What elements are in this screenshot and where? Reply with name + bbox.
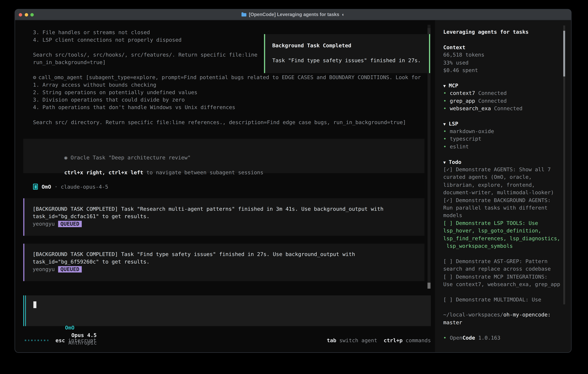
oracle-task-hint: ctrl+x right, ctrl+x left to navigate be… (32, 161, 424, 169)
spinner-dot (37, 340, 39, 341)
toast-body: Task "Find type safety issues" finished … (272, 57, 429, 64)
mcp-server-status: Connected (475, 90, 507, 96)
todo-row: search and replace across codebase (443, 265, 561, 273)
traffic-lights (19, 13, 34, 16)
mcp-server-name: websearch_exa (450, 105, 491, 111)
app-name-bold: Code (462, 335, 475, 341)
workspace-repo: oh-my-opencode: (503, 312, 551, 318)
screen: [OpenCode] Leveraging agents for tasks ◐… (0, 0, 588, 374)
mcp-heading: MCP (449, 83, 458, 88)
record-icon: ◉ (64, 155, 67, 160)
context-stat-row: 66,518 tokens (443, 51, 561, 59)
oracle-task-title: ◉ Oracle Task "Deep architecture review" (32, 146, 424, 154)
agent-icon (33, 184, 38, 190)
agent-model: · claude-opus-4-5 (54, 183, 108, 190)
task-message-line: task_id="bg_6f59260c" to get results. (32, 258, 424, 265)
context-heading: Context (443, 44, 465, 50)
tab-key-hint: tab (327, 337, 336, 343)
spinner-dot (25, 340, 26, 341)
todo-row: curated agents (OmO, oracle, (443, 173, 561, 181)
bullet-icon: • (443, 136, 447, 142)
tool-call-list-item: 4. Path operations that don't handle Win… (33, 104, 421, 111)
oracle-task-card: ◉ Oracle Task "Deep architecture review"… (23, 139, 424, 173)
lsp-server-name: typescript (450, 136, 481, 142)
todo-row: [✓] Demonstrate AGENTS: Show all 7 (443, 166, 561, 173)
todo-row: document-writer, multimodal-looker) (443, 189, 561, 196)
todo-line: [ ] Demonstrate MULTIMODAL: Use (443, 296, 541, 302)
todo-row: [✓] Demonstrate BACKGROUND AGENTS: (443, 196, 561, 204)
background-task-toast[interactable]: Background Task Completed Task "Find typ… (264, 34, 430, 73)
sidebar-scrollbar[interactable] (563, 25, 565, 304)
bullet-icon: • (443, 90, 447, 96)
esc-key-label: interrupt (68, 337, 96, 343)
agent-name: OmO (42, 183, 51, 190)
context-stat: 66,518 tokens (443, 52, 484, 58)
sidebar-scrollbar-thumb[interactable] (563, 31, 565, 76)
folder-icon (241, 13, 246, 16)
tool-call-list-item: 3. Division operations that could divide… (33, 96, 421, 104)
lsp-server-name: markdown-oxide (450, 128, 494, 134)
mcp-item-row: •websearch_exa Connected (443, 104, 561, 112)
context-stat: $0.46 spent (443, 67, 478, 73)
prompt-input[interactable]: OmO Opus 4.5 Anthropic (23, 295, 431, 326)
mcp-server-status: Connected (491, 105, 523, 111)
window-title: [OpenCode] Leveraging agents for tasks (249, 12, 339, 17)
gear-icon: ⚙ (33, 74, 36, 80)
blank-line (443, 150, 561, 158)
todo-row: [ ] Demonstrate MCP INTEGRATIONS: (443, 273, 561, 280)
todo-row: [ ] Demonstrate AST-GREP: Pattern (443, 258, 561, 265)
task-message-line: [BACKGROUND TASK COMPLETED] Task "Find t… (32, 250, 424, 258)
todo-line: [ ] Demonstrate MCP INTEGRATIONS: (443, 273, 548, 280)
mcp-server-name: grep_app (450, 98, 475, 104)
todo-row: librarian, explore, frontend, (443, 181, 561, 189)
ctrlp-key-label: commands (406, 337, 431, 343)
bullet-icon: • (443, 98, 447, 104)
close-button[interactable] (19, 13, 22, 16)
todo-line: [✓] Demonstrate BACKGROUND AGENTS: (443, 197, 551, 203)
tool-call-list-item: 2. String operations on potentially unde… (33, 89, 421, 96)
workspace-path-prefix: ~/local-workspaces/ (443, 312, 503, 318)
session-sidebar: Leveraging agents for tasksContext66,518… (435, 20, 571, 353)
status-badge: QUEUED (58, 220, 82, 227)
chevron-down-icon: ▼ (443, 160, 446, 165)
chat-output-line: 4. LSP client connections not properly d… (33, 36, 257, 43)
ctrlp-key-hint: ctrl+p (384, 337, 402, 343)
chat-output-line: Search src/tools/, src/hooks/, src/featu… (33, 51, 257, 58)
input-meta: OmO Opus 4.5 Anthropic (33, 316, 97, 324)
lsp-item-row: •typescript (443, 135, 561, 143)
blank-line (443, 112, 561, 120)
blank-line (443, 74, 561, 82)
tool-call-header: ⚙call_omo_agent [subagent_type=explore, … (33, 73, 421, 81)
status-badge: QUEUED (58, 266, 82, 272)
blank-line (443, 288, 561, 296)
todo-line: lsp_hover, lsp_goto_definition, (443, 228, 541, 234)
window-titlebar[interactable]: [OpenCode] Leveraging agents for tasks ◐ (15, 10, 571, 20)
tab-key-label: switch agent (339, 337, 377, 343)
chat-output-line: run_in_background=true] (33, 58, 257, 66)
sidebar-rows: Leveraging agents for tasksContext66,518… (443, 28, 561, 342)
minimize-button[interactable] (25, 13, 28, 16)
chevron-down-icon: ▼ (443, 122, 446, 127)
sidebar-title: Leveraging agents for tasks (443, 29, 529, 35)
todo-line: search and replace across codebase (443, 266, 551, 272)
todo-line: Use context7, websearch_exa, grep_app (443, 281, 560, 287)
input-agent-name: OmO (65, 325, 74, 331)
chat-scrollbar-thumb-bottom[interactable] (428, 283, 430, 289)
toast-title: Background Task Completed (272, 42, 429, 49)
todo-row: [ ] Demonstrate MULTIMODAL: Use (443, 296, 561, 303)
todo-line: [ ] Demonstrate AST-GREP: Pattern (443, 258, 548, 264)
lsp-item-row: •markdown-oxide (443, 127, 561, 135)
todo-line: [ ] Demonstrate LSP TOOLS: Use (443, 220, 538, 226)
input-accent-bar (25, 295, 26, 326)
keyboard-shortcut: ctrl+x right, ctrl+x left (64, 169, 143, 176)
zoom-button[interactable] (30, 13, 34, 16)
context-heading-row: Context (443, 43, 561, 51)
todo-line: document-writer, multimodal-looker) (443, 189, 554, 195)
bullet-icon: • (443, 105, 447, 111)
todo-line: Run parallel tasks with different (443, 205, 548, 211)
todo-row: lsp_hover, lsp_goto_definition, (443, 227, 561, 234)
context-stat: 33% used (443, 59, 469, 65)
todo-line: lsp_workspace_symbols (443, 243, 513, 249)
app-name-dim: Open (450, 335, 462, 341)
agent-header: OmO · claude-opus-4-5 (33, 183, 108, 190)
